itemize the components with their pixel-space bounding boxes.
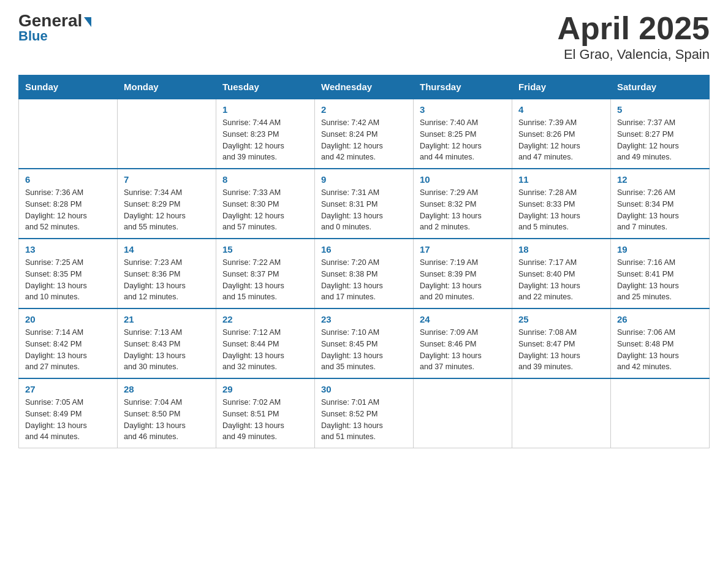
calendar-day-cell: 11Sunrise: 7:28 AMSunset: 8:33 PMDayligh… <box>512 169 611 239</box>
day-number: 19 <box>617 244 703 255</box>
day-number: 9 <box>321 174 407 185</box>
day-number: 13 <box>25 244 111 255</box>
calendar-day-cell: 21Sunrise: 7:13 AMSunset: 8:43 PMDayligh… <box>118 308 216 378</box>
day-number: 5 <box>617 104 703 115</box>
day-info: Sunrise: 7:04 AMSunset: 8:50 PMDaylight:… <box>124 397 210 443</box>
day-number: 11 <box>518 174 604 185</box>
calendar-weekday-header: Sunday <box>19 75 118 99</box>
day-info: Sunrise: 7:14 AMSunset: 8:42 PMDaylight:… <box>25 327 111 373</box>
calendar-day-cell: 26Sunrise: 7:06 AMSunset: 8:48 PMDayligh… <box>611 308 710 378</box>
day-number: 1 <box>222 104 308 115</box>
day-info: Sunrise: 7:13 AMSunset: 8:43 PMDaylight:… <box>124 327 210 373</box>
day-number: 4 <box>518 104 604 115</box>
calendar-weekday-header: Saturday <box>611 75 710 99</box>
day-number: 29 <box>222 384 308 394</box>
day-info: Sunrise: 7:16 AMSunset: 8:41 PMDaylight:… <box>617 257 703 303</box>
day-info: Sunrise: 7:40 AMSunset: 8:25 PMDaylight:… <box>420 117 506 163</box>
calendar-day-cell: 25Sunrise: 7:08 AMSunset: 8:47 PMDayligh… <box>512 308 611 378</box>
day-number: 15 <box>222 244 308 255</box>
day-number: 7 <box>124 174 210 185</box>
calendar-day-cell: 6Sunrise: 7:36 AMSunset: 8:28 PMDaylight… <box>19 169 118 239</box>
calendar-day-cell: 29Sunrise: 7:02 AMSunset: 8:51 PMDayligh… <box>216 378 315 448</box>
page-subtitle: El Grao, Valencia, Spain <box>557 47 710 63</box>
day-info: Sunrise: 7:37 AMSunset: 8:27 PMDaylight:… <box>617 117 703 163</box>
calendar-day-cell: 24Sunrise: 7:09 AMSunset: 8:46 PMDayligh… <box>414 308 512 378</box>
day-number: 14 <box>124 244 210 255</box>
calendar-day-cell: 2Sunrise: 7:42 AMSunset: 8:24 PMDaylight… <box>315 99 414 169</box>
day-number: 28 <box>124 384 210 394</box>
calendar-weekday-header: Friday <box>512 75 611 99</box>
day-number: 21 <box>124 314 210 324</box>
day-info: Sunrise: 7:01 AMSunset: 8:52 PMDaylight:… <box>321 397 407 443</box>
calendar-day-cell: 1Sunrise: 7:44 AMSunset: 8:23 PMDaylight… <box>216 99 315 169</box>
day-number: 2 <box>321 104 407 115</box>
day-number: 18 <box>518 244 604 255</box>
logo: General Blue <box>18 12 91 44</box>
calendar-day-cell: 22Sunrise: 7:12 AMSunset: 8:44 PMDayligh… <box>216 308 315 378</box>
calendar-day-cell: 8Sunrise: 7:33 AMSunset: 8:30 PMDaylight… <box>216 169 315 239</box>
day-number: 26 <box>617 314 703 324</box>
day-number: 20 <box>25 314 111 324</box>
day-info: Sunrise: 7:33 AMSunset: 8:30 PMDaylight:… <box>222 187 308 233</box>
calendar-weekday-header: Wednesday <box>315 75 414 99</box>
calendar-week-row: 6Sunrise: 7:36 AMSunset: 8:28 PMDaylight… <box>19 169 710 239</box>
calendar-weekday-header: Monday <box>118 75 216 99</box>
day-number: 23 <box>321 314 407 324</box>
day-info: Sunrise: 7:12 AMSunset: 8:44 PMDaylight:… <box>222 327 308 373</box>
day-info: Sunrise: 7:36 AMSunset: 8:28 PMDaylight:… <box>25 187 111 233</box>
day-info: Sunrise: 7:17 AMSunset: 8:40 PMDaylight:… <box>518 257 604 303</box>
calendar-table: SundayMondayTuesdayWednesdayThursdayFrid… <box>18 75 710 448</box>
day-info: Sunrise: 7:34 AMSunset: 8:29 PMDaylight:… <box>124 187 210 233</box>
day-info: Sunrise: 7:22 AMSunset: 8:37 PMDaylight:… <box>222 257 308 303</box>
day-info: Sunrise: 7:05 AMSunset: 8:49 PMDaylight:… <box>25 397 111 443</box>
day-info: Sunrise: 7:28 AMSunset: 8:33 PMDaylight:… <box>518 187 604 233</box>
calendar-day-cell: 19Sunrise: 7:16 AMSunset: 8:41 PMDayligh… <box>611 239 710 308</box>
day-number: 3 <box>420 104 506 115</box>
day-number: 12 <box>617 174 703 185</box>
day-info: Sunrise: 7:06 AMSunset: 8:48 PMDaylight:… <box>617 327 703 373</box>
day-info: Sunrise: 7:08 AMSunset: 8:47 PMDaylight:… <box>518 327 604 373</box>
day-info: Sunrise: 7:26 AMSunset: 8:34 PMDaylight:… <box>617 187 703 233</box>
calendar-week-row: 20Sunrise: 7:14 AMSunset: 8:42 PMDayligh… <box>19 308 710 378</box>
day-number: 25 <box>518 314 604 324</box>
day-info: Sunrise: 7:02 AMSunset: 8:51 PMDaylight:… <box>222 397 308 443</box>
calendar-header-row: SundayMondayTuesdayWednesdayThursdayFrid… <box>19 75 710 99</box>
calendar-day-cell: 17Sunrise: 7:19 AMSunset: 8:39 PMDayligh… <box>414 239 512 308</box>
day-info: Sunrise: 7:44 AMSunset: 8:23 PMDaylight:… <box>222 117 308 163</box>
calendar-weekday-header: Thursday <box>414 75 512 99</box>
calendar-day-cell <box>611 378 710 448</box>
logo-line2: Blue <box>18 28 48 44</box>
calendar-day-cell: 7Sunrise: 7:34 AMSunset: 8:29 PMDaylight… <box>118 169 216 239</box>
day-info: Sunrise: 7:19 AMSunset: 8:39 PMDaylight:… <box>420 257 506 303</box>
day-info: Sunrise: 7:25 AMSunset: 8:35 PMDaylight:… <box>25 257 111 303</box>
day-info: Sunrise: 7:23 AMSunset: 8:36 PMDaylight:… <box>124 257 210 303</box>
calendar-weekday-header: Tuesday <box>216 75 315 99</box>
calendar-day-cell: 27Sunrise: 7:05 AMSunset: 8:49 PMDayligh… <box>19 378 118 448</box>
calendar-day-cell: 16Sunrise: 7:20 AMSunset: 8:38 PMDayligh… <box>315 239 414 308</box>
calendar-day-cell: 9Sunrise: 7:31 AMSunset: 8:31 PMDaylight… <box>315 169 414 239</box>
day-info: Sunrise: 7:39 AMSunset: 8:26 PMDaylight:… <box>518 117 604 163</box>
calendar-day-cell: 13Sunrise: 7:25 AMSunset: 8:35 PMDayligh… <box>19 239 118 308</box>
calendar-day-cell <box>512 378 611 448</box>
calendar-day-cell <box>19 99 118 169</box>
day-number: 27 <box>25 384 111 394</box>
day-number: 8 <box>222 174 308 185</box>
day-info: Sunrise: 7:31 AMSunset: 8:31 PMDaylight:… <box>321 187 407 233</box>
calendar-day-cell: 14Sunrise: 7:23 AMSunset: 8:36 PMDayligh… <box>118 239 216 308</box>
day-info: Sunrise: 7:29 AMSunset: 8:32 PMDaylight:… <box>420 187 506 233</box>
calendar-day-cell: 15Sunrise: 7:22 AMSunset: 8:37 PMDayligh… <box>216 239 315 308</box>
calendar-day-cell: 12Sunrise: 7:26 AMSunset: 8:34 PMDayligh… <box>611 169 710 239</box>
day-info: Sunrise: 7:09 AMSunset: 8:46 PMDaylight:… <box>420 327 506 373</box>
day-number: 17 <box>420 244 506 255</box>
calendar-day-cell: 5Sunrise: 7:37 AMSunset: 8:27 PMDaylight… <box>611 99 710 169</box>
calendar-day-cell: 23Sunrise: 7:10 AMSunset: 8:45 PMDayligh… <box>315 308 414 378</box>
calendar-day-cell: 20Sunrise: 7:14 AMSunset: 8:42 PMDayligh… <box>19 308 118 378</box>
calendar-day-cell: 18Sunrise: 7:17 AMSunset: 8:40 PMDayligh… <box>512 239 611 308</box>
title-block: April 2025 El Grao, Valencia, Spain <box>557 12 710 63</box>
calendar-day-cell <box>118 99 216 169</box>
day-info: Sunrise: 7:42 AMSunset: 8:24 PMDaylight:… <box>321 117 407 163</box>
calendar-day-cell: 3Sunrise: 7:40 AMSunset: 8:25 PMDaylight… <box>414 99 512 169</box>
page-title: April 2025 <box>557 12 710 44</box>
calendar-day-cell: 4Sunrise: 7:39 AMSunset: 8:26 PMDaylight… <box>512 99 611 169</box>
day-number: 22 <box>222 314 308 324</box>
